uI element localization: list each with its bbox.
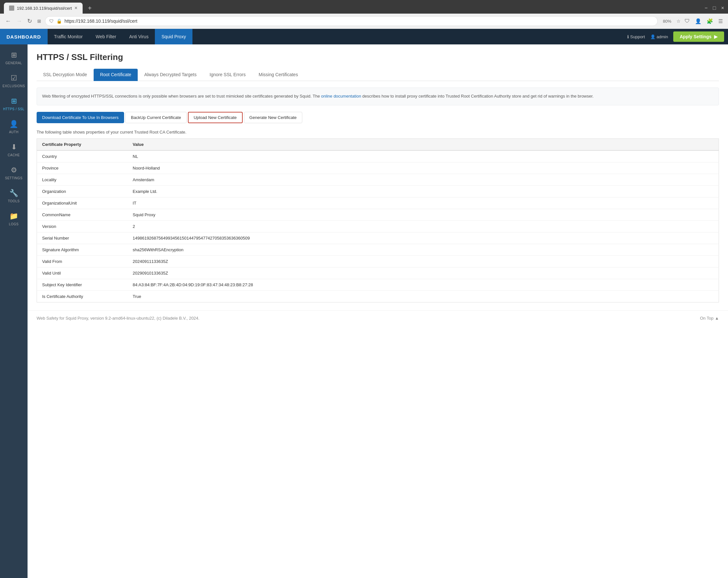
support-button[interactable]: ℹ Support xyxy=(627,34,645,39)
cert-property-cell: Valid From xyxy=(37,255,128,267)
table-row: LocalityAmsterdam xyxy=(37,174,719,185)
browser-toolbar: ← → ↻ ⊞ 🛡 🔒 80% ☆ 🛡 👤 🧩 ☰ xyxy=(0,14,728,29)
table-row: CommonNameSquid Proxy xyxy=(37,209,719,221)
auth-icon: 👤 xyxy=(9,120,18,128)
table-row: Serial Number149861926875649934561501447… xyxy=(37,232,719,244)
backup-certificate-button[interactable]: BackUp Current Certificate xyxy=(125,112,187,123)
shield-icon: 🛡 xyxy=(49,19,54,24)
table-row: Valid Until20290910133635Z xyxy=(37,267,719,279)
upload-certificate-button[interactable]: Upload New Certificate xyxy=(188,112,243,123)
cert-property-cell: Serial Number xyxy=(37,232,128,244)
sidebar-item-logs[interactable]: 📁 LOGS xyxy=(0,208,28,230)
browser-tab-bar: 192.168.10.119/squid/ssl/cert × + − □ × xyxy=(4,3,724,14)
app: DASHBOARD Traffic Monitor Web Filter Ant… xyxy=(0,29,728,578)
tab-ignore-ssl-errors[interactable]: Ignore SSL Errors xyxy=(203,69,252,81)
reload-button[interactable]: ↻ xyxy=(26,16,33,26)
table-row: Signature Algorithmsha256WithRSAEncrypti… xyxy=(37,244,719,255)
cert-property-cell: Organization xyxy=(37,185,128,197)
table-row: Valid From20240911133635Z xyxy=(37,255,719,267)
generate-certificate-button[interactable]: Generate New Certificate xyxy=(244,112,302,123)
back-button[interactable]: ← xyxy=(4,17,12,26)
cert-value-cell: Amsterdam xyxy=(128,174,719,185)
tab-root-certificate[interactable]: Root Certificate xyxy=(94,69,138,81)
cert-value-cell: NL xyxy=(128,150,719,162)
nav-anti-virus[interactable]: Anti Virus xyxy=(123,29,155,44)
nav-web-filter[interactable]: Web Filter xyxy=(89,29,123,44)
cert-property-cell: Version xyxy=(37,221,128,232)
admin-menu[interactable]: 👤 admin xyxy=(650,34,668,39)
col-property: Certificate Property xyxy=(37,139,128,150)
certificate-table: Certificate Property Value CountryNLProv… xyxy=(36,139,719,302)
browser-tab[interactable]: 192.168.10.119/squid/ssl/cert × xyxy=(4,3,83,14)
page-title: HTTPS / SSL Filtering xyxy=(36,52,719,62)
tab-missing-certificates[interactable]: Missing Certificates xyxy=(252,69,304,81)
sidebar-item-general[interactable]: ⊞ GENERAL xyxy=(0,47,28,69)
info-box: Web filtering of encrypted HTTPS/SSL con… xyxy=(36,87,719,105)
content-inner: HTTPS / SSL Filtering SSL Decryption Mod… xyxy=(28,44,728,310)
extensions-button[interactable]: ⊞ xyxy=(36,17,43,25)
cert-property-cell: Valid Until xyxy=(37,267,128,279)
window-minimize-button[interactable]: − xyxy=(705,5,708,11)
sidebar-item-auth[interactable]: 👤 AUTH xyxy=(0,116,28,138)
cert-property-cell: Province xyxy=(37,162,128,174)
table-description: The following table shows properties of … xyxy=(36,130,719,134)
tab-always-decrypted-targets[interactable]: Always Decrypted Targets xyxy=(138,69,203,81)
url-input[interactable] xyxy=(64,19,653,24)
window-maximize-button[interactable]: □ xyxy=(713,5,716,11)
online-documentation-link[interactable]: online documentation xyxy=(321,94,361,99)
table-row: ProvinceNoord-Holland xyxy=(37,162,719,174)
content-area: HTTPS / SSL Filtering SSL Decryption Mod… xyxy=(28,44,728,578)
nav-traffic-monitor[interactable]: Traffic Monitor xyxy=(48,29,89,44)
nav-brand[interactable]: DASHBOARD xyxy=(0,29,48,44)
address-bar[interactable]: 🛡 🔒 xyxy=(45,16,658,26)
on-top-button[interactable]: On Top ▲ xyxy=(700,316,719,321)
menu-button[interactable]: ☰ xyxy=(717,17,724,26)
apply-settings-button[interactable]: Apply Settings ▶ xyxy=(673,31,724,42)
certificate-table-body: CountryNLProvinceNoord-HollandLocalityAm… xyxy=(37,150,719,302)
nav-squid-proxy[interactable]: Squid Proxy xyxy=(155,29,192,44)
table-row: OrganizationalUnitIT xyxy=(37,197,719,209)
browser-chrome: 192.168.10.119/squid/ssl/cert × + − □ × xyxy=(0,0,728,14)
bookmark-icon[interactable]: ☆ xyxy=(676,19,681,24)
sidebar-item-exclusions[interactable]: ☑ EXCLUSIONS xyxy=(0,70,28,92)
tab-title: 192.168.10.119/squid/ssl/cert xyxy=(17,6,72,11)
tab-favicon xyxy=(9,5,14,11)
top-nav: DASHBOARD Traffic Monitor Web Filter Ant… xyxy=(0,29,728,44)
cert-value-cell: IT xyxy=(128,197,719,209)
sidebar-item-tools[interactable]: 🔧 TOOLS xyxy=(0,185,28,207)
zoom-level[interactable]: 80% xyxy=(660,18,674,25)
main-layout: ⊞ GENERAL ☑ EXCLUSIONS ⊞ HTTPS / SSL 👤 A… xyxy=(0,44,728,578)
nav-items: Traffic Monitor Web Filter Anti Virus Sq… xyxy=(48,29,192,44)
general-icon: ⊞ xyxy=(11,51,17,59)
sidebar-item-cache[interactable]: ⬇ CACHE xyxy=(0,139,28,161)
window-close-button[interactable]: × xyxy=(721,5,724,11)
new-tab-button[interactable]: + xyxy=(85,3,94,13)
tools-icon: 🔧 xyxy=(9,189,18,197)
cert-value-cell: 2 xyxy=(128,221,719,232)
extensions-icon[interactable]: 🧩 xyxy=(705,17,714,26)
tab-close-button[interactable]: × xyxy=(75,5,77,11)
chevron-up-icon: ▲ xyxy=(715,316,719,321)
account-button[interactable]: 👤 xyxy=(694,17,703,26)
sidebar: ⊞ GENERAL ☑ EXCLUSIONS ⊞ HTTPS / SSL 👤 A… xyxy=(0,44,28,578)
sidebar-item-https-ssl[interactable]: ⊞ HTTPS / SSL xyxy=(0,93,28,115)
cert-property-cell: CommonName xyxy=(37,209,128,221)
action-buttons: Download Certificate To Use In Browsers … xyxy=(36,112,719,123)
apply-arrow-icon: ▶ xyxy=(714,34,718,39)
download-certificate-button[interactable]: Download Certificate To Use In Browsers xyxy=(36,112,124,123)
forward-button[interactable]: → xyxy=(15,17,23,26)
cert-property-cell: Signature Algorithm xyxy=(37,244,128,255)
cert-value-cell: 20240911133635Z xyxy=(128,255,719,267)
table-row: Subject Key Identifier84:A3:84:BF:7F:4A:… xyxy=(37,279,719,291)
logs-icon: 📁 xyxy=(9,212,18,221)
table-row: CountryNL xyxy=(37,150,719,162)
tab-ssl-decryption-mode[interactable]: SSL Decryption Mode xyxy=(36,69,94,81)
sidebar-item-settings[interactable]: ⚙ SETTINGS xyxy=(0,162,28,184)
user-icon: 👤 xyxy=(650,34,655,39)
cert-value-cell: Example Ltd. xyxy=(128,185,719,197)
https-ssl-icon: ⊞ xyxy=(11,97,17,105)
shield-check-button[interactable]: 🛡 xyxy=(683,17,691,25)
cert-property-cell: Country xyxy=(37,150,128,162)
table-row: Version2 xyxy=(37,221,719,232)
cert-value-cell: 84:A3:84:BF:7F:4A:2B:4D:04:9D:19:0F:83:4… xyxy=(128,279,719,291)
